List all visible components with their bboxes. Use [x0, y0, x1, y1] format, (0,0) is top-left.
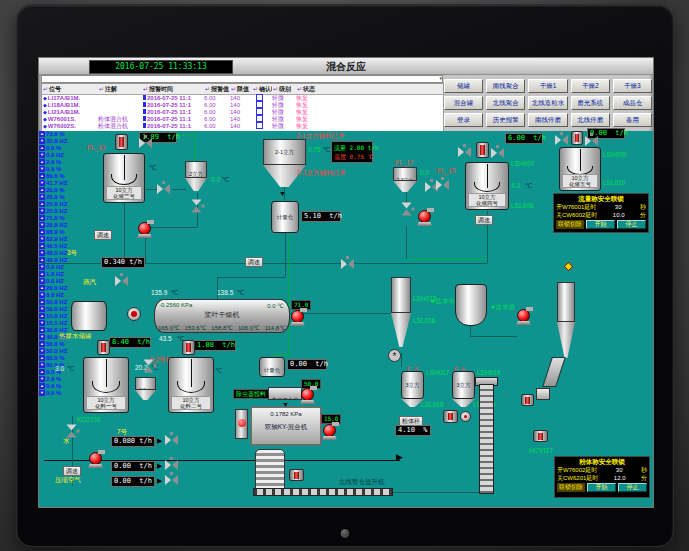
spinner-buttons[interactable]: ▲▼ — [39, 313, 45, 327]
spinner-buttons[interactable]: ▲▼ — [39, 369, 45, 383]
pump[interactable] — [517, 309, 530, 322]
high-speed-mixer[interactable]: 高速混合机 — [268, 387, 302, 400]
spinner-buttons[interactable]: ▲▼ — [39, 327, 45, 341]
pump[interactable] — [301, 388, 314, 401]
nav-login[interactable]: 登录 — [444, 113, 483, 127]
col-limit[interactable]: ↵限值 — [230, 85, 252, 94]
bucket-elevator[interactable] — [479, 384, 494, 494]
pump[interactable] — [323, 424, 336, 437]
brine-tank[interactable] — [455, 284, 487, 326]
valve[interactable] — [192, 200, 202, 213]
ack-checkbox[interactable] — [256, 94, 263, 101]
spinner-buttons[interactable]: ▲▼ — [39, 145, 45, 159]
agitator-tank[interactable]: 10立方化催四号 — [465, 162, 509, 210]
speed-button[interactable]: 调速 — [94, 230, 112, 240]
spinner-buttons[interactable]: ▲▼ — [39, 285, 45, 299]
nav-north-water[interactable]: 北线造粒水 — [528, 96, 567, 110]
metering-bin[interactable]: 计量仓 — [259, 357, 285, 377]
nav-alarm-history[interactable]: 历史报警 — [486, 113, 525, 127]
col-note[interactable]: ↵注解 — [98, 85, 142, 94]
nav-south-poly[interactable]: 南线聚合 — [486, 79, 525, 93]
power-button[interactable] — [340, 528, 351, 539]
col-ack[interactable]: ↵确认时间 — [252, 85, 272, 94]
nav-spare[interactable]: 备用 — [613, 113, 652, 127]
spinner-buttons[interactable]: ▲▼ — [39, 159, 45, 173]
valve[interactable] — [555, 135, 568, 145]
valve[interactable] — [436, 180, 449, 190]
paddle-dryer[interactable]: -0.2560 KPa 0.0 ℃ 桨叶干燥机 165.0℃ 153.6℃ 15… — [154, 299, 290, 333]
agitator-tank[interactable]: 10立方化催五号 — [559, 147, 601, 191]
speed-button[interactable]: 调速 — [63, 466, 81, 476]
agitator-tank[interactable]: 10立方化料一号 — [83, 357, 129, 413]
cyclone[interactable] — [391, 277, 411, 313]
pump[interactable] — [89, 452, 102, 465]
metering-bin[interactable]: 计量仓 — [271, 201, 299, 233]
alarm-row[interactable]: ◆W76002S. 粉体混合机 2016-07-25 11:1 6.00 140… — [42, 123, 443, 130]
hopper[interactable]: 2-1立方 — [263, 139, 306, 165]
cyclone[interactable] — [557, 282, 575, 322]
interlock-bypass[interactable]: 联锁切除 — [556, 220, 584, 229]
rotary-valve[interactable]: * — [388, 349, 401, 362]
interlock-bypass[interactable]: 联锁切除 — [557, 483, 585, 492]
spinner-buttons[interactable]: ▲▼ — [39, 355, 45, 369]
nav-dryer1[interactable]: 干燥1 — [528, 79, 567, 93]
ack-checkbox[interactable] — [256, 108, 263, 115]
agitator-tank[interactable]: 10立方化催三号 — [103, 153, 145, 203]
nav-north-stop[interactable]: 北线停磨 — [571, 113, 610, 127]
vertical-pump[interactable] — [235, 409, 248, 439]
speed-button[interactable]: 调速 — [475, 215, 493, 225]
valve[interactable] — [341, 259, 354, 269]
agitator-motor[interactable] — [571, 131, 583, 145]
pump[interactable] — [418, 210, 431, 223]
alarm-row[interactable]: ◆LI18A/B1M. 2016-07-25 11:1 6.00 140 轻微 … — [42, 102, 443, 109]
discharge-motor[interactable] — [443, 410, 458, 423]
dropdown-arrow-icon[interactable]: ▾ — [439, 75, 442, 81]
valve[interactable] — [458, 147, 471, 157]
stop-button[interactable]: 停止 — [617, 220, 646, 229]
spinner-buttons[interactable]: ▲▼ — [39, 215, 45, 229]
hopper[interactable]: 1立方 — [135, 377, 156, 390]
valve[interactable] — [144, 360, 154, 373]
col-value[interactable]: ↵报警值 — [204, 85, 230, 94]
spinner-buttons[interactable]: ▲▼ — [39, 383, 45, 397]
ack-checkbox[interactable] — [256, 101, 263, 108]
nav-north-poly[interactable]: 北线聚合 — [486, 96, 525, 110]
nav-dryer2[interactable]: 干燥2 — [571, 79, 610, 93]
agitator-motor[interactable] — [97, 340, 110, 355]
twin-shaft-mixer[interactable]: 0.1782 KPa 双轴KY-混合机 — [251, 407, 321, 445]
spinner-buttons[interactable]: ▲▼ — [39, 187, 45, 201]
valve[interactable] — [67, 425, 77, 438]
speed-button[interactable]: 调速 — [245, 257, 263, 267]
spinner-buttons[interactable]: ▲▼ — [39, 201, 45, 215]
pump[interactable] — [291, 310, 304, 323]
agitator-motor[interactable] — [115, 134, 128, 150]
rotary-feeder[interactable] — [460, 411, 471, 422]
silo-motor[interactable] — [289, 469, 304, 481]
start-button[interactable]: 开始 — [586, 220, 615, 229]
valve[interactable] — [491, 148, 504, 158]
agitator-motor[interactable] — [476, 142, 489, 158]
hopper[interactable]: 2立方 — [185, 161, 207, 178]
spinner-buttons[interactable]: ▲▼ — [39, 243, 45, 257]
agitator-motor[interactable] — [182, 340, 195, 355]
ack-checkbox[interactable] — [256, 115, 263, 122]
valve[interactable] — [165, 460, 178, 470]
stop-button[interactable]: 停止 — [618, 483, 647, 492]
address-bar[interactable]: ▾ — [41, 75, 443, 83]
nav-polish[interactable]: 磨光系统 — [571, 96, 610, 110]
col-time[interactable]: ↵报警时间 — [142, 85, 204, 94]
pump[interactable] — [138, 222, 151, 235]
col-level[interactable]: ↵级别 — [272, 85, 296, 94]
nav-dryer3[interactable]: 干燥3 — [613, 79, 652, 93]
surge-bin[interactable]: 3立方 — [452, 371, 475, 399]
spinner-buttons[interactable]: ▲▼ — [39, 299, 45, 313]
spinner-buttons[interactable]: ▲▼ — [39, 271, 45, 285]
valve[interactable] — [157, 184, 170, 194]
elevator-motor[interactable] — [533, 430, 548, 442]
alarm-row[interactable]: ◆LI17A/B1M. 2016-07-25 11:1 6.00 140 轻微 … — [42, 95, 443, 102]
spinner-buttons[interactable]: ▲▼ — [39, 131, 45, 145]
nav-product-silo[interactable]: 成品仓 — [613, 96, 652, 110]
nav-storage-tank[interactable]: 储罐 — [444, 79, 483, 93]
col-state[interactable]: ↵状态 — [296, 85, 336, 94]
nav-south-stop[interactable]: 南线停磨 — [528, 113, 567, 127]
